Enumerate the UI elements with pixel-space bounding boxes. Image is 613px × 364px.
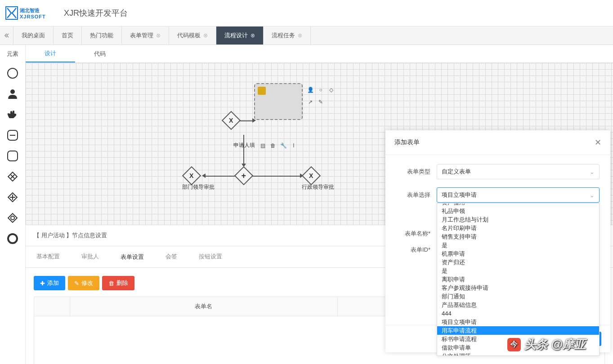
- logo: 湘北智造 XJRSOFT: [5, 5, 59, 21]
- edit-button[interactable]: ✎修改: [68, 276, 99, 290]
- palette-title: 元素: [0, 45, 25, 63]
- gateway-start[interactable]: X: [224, 114, 238, 127]
- edit-icon: ✎: [74, 280, 79, 287]
- dropdown-option[interactable]: 月工作总结与计划: [437, 215, 599, 224]
- svg-text:XJRSOFT: XJRSOFT: [20, 14, 46, 19]
- tab-表单管理[interactable]: 表单管理⊗: [122, 27, 169, 44]
- svg-point-4: [10, 89, 15, 94]
- tab-流程任务[interactable]: 流程任务⊗: [264, 27, 311, 44]
- hand-tool-icon[interactable]: [6, 108, 19, 121]
- dropdown-option[interactable]: 项目立项申请: [437, 318, 599, 326]
- label-form-select: 表单选择: [396, 191, 437, 199]
- collapse-tabs-icon[interactable]: [0, 27, 13, 44]
- rounded-box-icon[interactable]: [6, 149, 19, 163]
- diamond-circle-icon[interactable]: [6, 211, 19, 225]
- panel-tab-按钮设置[interactable]: 按钮设置: [188, 246, 233, 267]
- panel-tab-基本配置[interactable]: 基本配置: [26, 246, 71, 267]
- dropdown-option[interactable]: 机票申请: [437, 249, 599, 258]
- dropdown-option[interactable]: 礼品申领: [437, 207, 599, 215]
- tab-代码模板[interactable]: 代码模板⊗: [169, 27, 216, 44]
- chevron-down-icon: ⌄: [590, 169, 595, 175]
- tab-我的桌面[interactable]: 我的桌面: [13, 27, 54, 44]
- user-task-node[interactable]: 申请人填 ▤ 🗑 🔧 I 👤 ○ ◇ ↗ ✎: [254, 83, 303, 120]
- ctx-arrow-icon[interactable]: ↗: [306, 98, 314, 106]
- tool-char-icon[interactable]: I: [290, 142, 298, 150]
- close-icon[interactable]: ✕: [595, 138, 601, 147]
- select-form-choice[interactable]: 项目立项申请 ⌄: [437, 187, 600, 203]
- svg-rect-10: [8, 213, 17, 222]
- ctx-circle-icon[interactable]: ○: [317, 86, 325, 94]
- dropdown-option[interactable]: 部门通知: [437, 292, 599, 301]
- dropdown-option[interactable]: 公文处理笺: [437, 352, 599, 356]
- minus-box-icon[interactable]: [6, 129, 19, 142]
- col-form-name: 表单名: [70, 297, 338, 316]
- form-dropdown[interactable]: 资产借用礼品申领月工作总结与计划名片印刷申请销售支持申请是机票申请资产归还是离职…: [437, 203, 600, 356]
- delete-button[interactable]: 🗑删除: [102, 276, 134, 290]
- diamond-plus-icon[interactable]: [6, 191, 19, 204]
- subtab-code[interactable]: 代码: [75, 45, 125, 62]
- watermark: 今 头条 @摩亚: [507, 337, 586, 352]
- tab-热门功能[interactable]: 热门功能: [82, 27, 122, 44]
- tool-diagram-icon[interactable]: ▤: [259, 142, 267, 150]
- panel-tab-审批人[interactable]: 审批人: [71, 246, 110, 267]
- svg-point-3: [8, 68, 18, 78]
- close-icon[interactable]: ⊗: [203, 32, 208, 39]
- tab-流程设计[interactable]: 流程设计⊗: [216, 27, 264, 44]
- dropdown-option[interactable]: 是: [437, 266, 599, 275]
- svg-point-12: [8, 234, 17, 243]
- diamond-x-icon[interactable]: [6, 170, 19, 183]
- panel-tab-表单设置[interactable]: 表单设置: [110, 246, 155, 267]
- dropdown-option[interactable]: 销售支持申请: [437, 232, 599, 241]
- app-title: XJR快速开发平台: [64, 8, 128, 18]
- dropdown-option[interactable]: 产品基础信息: [437, 301, 599, 309]
- gateway-parallel[interactable]: +: [237, 169, 251, 182]
- app-header: 湘北智造 XJRSOFT XJR快速开发平台: [0, 0, 613, 27]
- main-tabbar: 我的桌面首页热门功能表单管理⊗代码模板⊗流程设计⊗流程任务⊗: [0, 27, 613, 45]
- svg-rect-7: [8, 151, 18, 161]
- dropdown-option[interactable]: 资产借用: [437, 203, 599, 207]
- dropdown-option[interactable]: 客户参观接待申请: [437, 284, 599, 292]
- tool-trash-icon[interactable]: 🗑: [269, 142, 277, 150]
- label-form-id: 表单ID*: [396, 246, 437, 254]
- close-icon[interactable]: ⊗: [251, 32, 255, 39]
- ctx-diamond-icon[interactable]: ◇: [327, 86, 335, 94]
- svg-text:湘北智造: 湘北智造: [19, 8, 40, 13]
- add-button[interactable]: ✚添加: [34, 276, 65, 290]
- task-label: 申请人填: [233, 142, 255, 149]
- ctx-edit-icon[interactable]: ✎: [317, 98, 325, 106]
- circle-tool-icon[interactable]: [6, 67, 19, 80]
- add-form-modal: 添加表单 ✕ 表单类型 自定义表单 ⌄ 表单选择 项目立项申请 ⌄ 资产借用礼品…: [385, 130, 610, 352]
- dropdown-option[interactable]: 用车申请流程: [437, 326, 599, 335]
- brand-logo-icon: 湘北智造 XJRSOFT: [5, 5, 59, 21]
- dropdown-option[interactable]: 444: [437, 309, 599, 318]
- user-tool-icon[interactable]: [6, 87, 19, 101]
- dropdown-option[interactable]: 是: [437, 241, 599, 249]
- bold-circle-icon[interactable]: [6, 232, 19, 245]
- label-form-name: 表单名称*: [396, 230, 437, 238]
- watermark-logo-icon: 今: [507, 338, 521, 351]
- modal-title: 添加表单: [394, 138, 420, 146]
- tool-wrench-icon[interactable]: 🔧: [279, 142, 287, 150]
- close-icon[interactable]: ⊗: [298, 32, 302, 39]
- panel-tab-会签[interactable]: 会签: [155, 246, 188, 267]
- col-blank: [34, 297, 70, 316]
- gateway-admin[interactable]: X 行政领导审批: [304, 169, 318, 182]
- element-palette: 元素: [0, 45, 26, 364]
- design-subtabs: 设计 代码: [26, 45, 613, 63]
- dropdown-option[interactable]: 离职申请: [437, 275, 599, 284]
- label-form-type: 表单类型: [396, 168, 437, 176]
- gateway-dept-label: 部门领导审批: [182, 183, 215, 191]
- close-icon[interactable]: ⊗: [156, 32, 161, 39]
- select-form-type[interactable]: 自定义表单 ⌄: [437, 164, 600, 179]
- gateway-admin-label: 行政领导审批: [302, 183, 334, 191]
- ctx-user-icon[interactable]: 👤: [306, 86, 314, 94]
- svg-point-11: [11, 216, 14, 220]
- subtab-design[interactable]: 设计: [26, 45, 75, 62]
- trash-icon: 🗑: [108, 280, 114, 287]
- plus-icon: ✚: [40, 280, 45, 287]
- tab-首页[interactable]: 首页: [54, 27, 82, 44]
- dropdown-option[interactable]: 资产归还: [437, 258, 599, 266]
- dropdown-option[interactable]: 名片印刷申请: [437, 224, 599, 232]
- chevron-down-icon: ⌄: [590, 192, 595, 199]
- gateway-dept[interactable]: X 部门领导审批: [185, 169, 198, 182]
